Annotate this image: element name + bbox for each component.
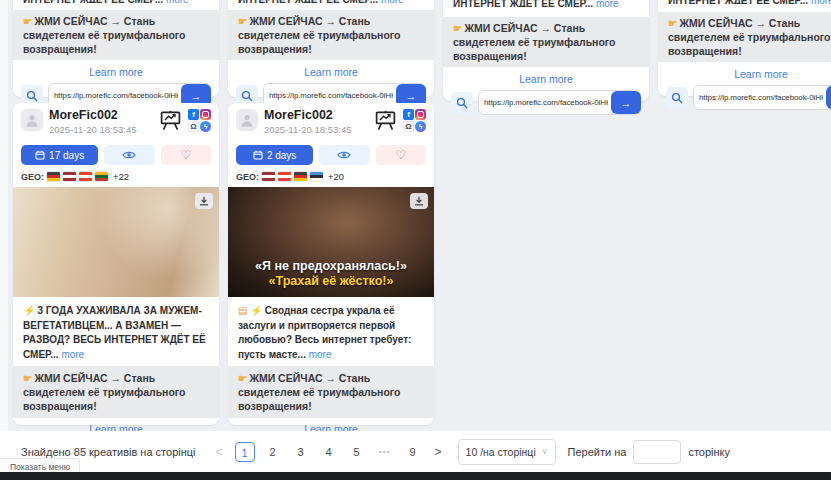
days-active-button[interactable]: 17 days [21, 145, 98, 165]
landing-url-input[interactable] [694, 93, 826, 102]
clipped-text: ИНТЕРНЕТ ЖДЁТ ЕЁ СМЕР... [453, 0, 593, 7]
download-icon [414, 196, 424, 206]
clipped-text: ИНТЕРНЕТ ЖДЁТ ЕЁ СМЕР... [668, 0, 808, 4]
heart-icon: ♡ [395, 149, 406, 161]
heart-icon: ♡ [180, 149, 191, 161]
page-1-button[interactable]: 1 [235, 442, 255, 462]
clipped-text: ИНТЕРНЕТ ЖДЁТ ЕЁ СМЕР... [23, 0, 163, 3]
per-page-select[interactable]: 10 /на сторінці ∨ [458, 439, 556, 465]
presentation-chart-icon[interactable] [159, 110, 182, 131]
geo-flag-list [262, 172, 323, 181]
search-icon [26, 90, 38, 102]
goto-page-input[interactable] [633, 440, 681, 464]
days-label: 17 days [49, 150, 84, 161]
pagination-bar: Знайдено 85 креативів на сторінці < 1234… [0, 431, 831, 472]
geo-more-count[interactable]: +22 [113, 171, 129, 182]
creative-card-partial-1: ИНТЕРНЕТ ЖДЁТ ЕЁ СМЕР... more ☛ЖМИ СЕЙЧА… [13, 0, 219, 97]
creative-card-1: MoreFic002 2025-11-20 18:53:45 f Ω ϟ 17 … [13, 103, 219, 425]
prev-page-button[interactable]: < [208, 445, 231, 459]
flag-lt-icon [95, 172, 108, 181]
learn-more-link[interactable]: Learn more [658, 68, 831, 80]
clipped-body-text: ИНТЕРНЕТ ЖДЁТ ЕЁ СМЕР... more [668, 0, 831, 4]
creative-card-2: MoreFic002 2025-11-20 18:53:45 f Ω ϟ 2 d… [228, 103, 434, 425]
more-link[interactable]: more [381, 0, 404, 3]
open-url-button[interactable]: → [826, 86, 831, 109]
pager: < 12345•••9 > [208, 442, 450, 462]
flag-de-icon [294, 172, 307, 181]
preview-eye-button[interactable] [104, 145, 154, 165]
search-icon [671, 92, 683, 104]
audience-network-icon: Ω [188, 121, 199, 132]
landing-url-input[interactable] [264, 91, 396, 100]
pointing-hand-icon: ☛ [23, 15, 32, 27]
advertiser-name[interactable]: MoreFic002 [49, 109, 159, 122]
page-3-button[interactable]: 3 [291, 442, 311, 462]
creative-image[interactable]: «Я не предохранялась!» «Трахай её жёстко… [228, 187, 434, 297]
left-edge-strip [0, 0, 8, 472]
ad-headline: ☛ЖМИ СЕЙЧАС → Стань свидетелем её триумф… [228, 366, 434, 418]
book-lightning-icons: ▤ ⚡ [238, 305, 263, 316]
pointing-hand-icon: ☛ [23, 372, 32, 384]
search-icon [241, 90, 253, 102]
geo-more-count[interactable]: +20 [328, 171, 344, 182]
landing-url-input[interactable] [479, 98, 611, 107]
clipped-body-text: ИНТЕРНЕТ ЖДЁТ ЕЁ СМЕР... more [453, 0, 639, 7]
more-link[interactable]: more [61, 349, 84, 360]
search-url-button[interactable] [451, 92, 473, 114]
pointing-hand-icon: ☛ [668, 17, 677, 29]
favorite-heart-button[interactable]: ♡ [161, 145, 211, 165]
flag-lv-icon [63, 172, 76, 181]
clipped-body-text: ИНТЕРНЕТ ЖДЁТ ЕЁ СМЕР... more [238, 0, 424, 3]
flag-de-icon [47, 172, 60, 181]
page-number-list: 12345•••9 [231, 442, 427, 462]
ad-body-text: ▤ ⚡Сводная сестра украла её заслуги и пр… [228, 297, 434, 366]
learn-more-link[interactable]: Learn more [228, 66, 434, 78]
calendar-icon [35, 150, 45, 160]
creative-card-partial-4: ИНТЕРНЕТ ЖДЁТ ЕЁ СМЕР... more ☛ЖМИ СЕЙЧА… [658, 0, 831, 96]
creative-datetime: 2025-11-20 18:53:45 [264, 124, 374, 135]
geo-label: GEO: [236, 172, 259, 182]
landing-url-input[interactable] [49, 91, 181, 100]
instagram-icon [415, 109, 426, 120]
messenger-icon: ϟ [415, 121, 426, 132]
ad-headline: ☛ЖМИ СЕЙЧАС → Стань свидетелем её триумф… [13, 366, 219, 418]
open-url-button[interactable]: → [611, 91, 641, 114]
pointing-hand-icon: ☛ [238, 15, 247, 27]
facebook-icon: f [188, 109, 199, 120]
flag-at-icon [278, 172, 291, 181]
learn-more-link[interactable]: Learn more [443, 73, 649, 85]
page-4-button[interactable]: 4 [319, 442, 339, 462]
more-link[interactable]: more [596, 0, 619, 7]
per-page-value: 10 /на сторінці [466, 446, 536, 458]
days-active-button[interactable]: 2 days [236, 145, 313, 165]
download-image-button[interactable] [410, 193, 428, 209]
page-9-button[interactable]: 9 [403, 442, 423, 462]
arrow-right-icon: → [406, 90, 417, 102]
goto-page-label: Перейти на [568, 446, 627, 458]
audience-network-icon: Ω [403, 121, 414, 132]
page-ellipsis[interactable]: ••• [375, 442, 395, 462]
next-page-button[interactable]: > [427, 445, 450, 459]
image-overlay-text: «Я не предохранялась!» «Трахай её жёстко… [228, 259, 434, 289]
pointing-hand-icon: ☛ [453, 22, 462, 34]
instagram-icon [200, 109, 211, 120]
search-url-button[interactable] [666, 87, 688, 109]
creative-card-partial-3: ИНТЕРНЕТ ЖДЁТ ЕЁ СМЕР... more ☛ЖМИ СЕЙЧА… [443, 0, 649, 101]
creative-datetime: 2025-11-20 18:53:45 [49, 124, 159, 135]
advertiser-name[interactable]: MoreFic002 [264, 109, 374, 122]
more-link[interactable]: more [166, 0, 189, 3]
page-2-button[interactable]: 2 [263, 442, 283, 462]
learn-more-link[interactable]: Learn more [13, 66, 219, 78]
chevron-down-icon: ∨ [542, 447, 548, 456]
download-image-button[interactable] [195, 193, 213, 209]
clipped-text: ИНТЕРНЕТ ЖДЁТ ЕЁ СМЕР... [238, 0, 378, 3]
presentation-chart-icon[interactable] [374, 110, 397, 131]
creative-image[interactable] [13, 187, 219, 297]
more-link[interactable]: more [811, 0, 831, 4]
preview-eye-button[interactable] [319, 145, 369, 165]
page-5-button[interactable]: 5 [347, 442, 367, 462]
flag-lv-icon [262, 172, 275, 181]
more-link[interactable]: more [309, 349, 332, 360]
favorite-heart-button[interactable]: ♡ [376, 145, 426, 165]
flag-at-icon [79, 172, 92, 181]
